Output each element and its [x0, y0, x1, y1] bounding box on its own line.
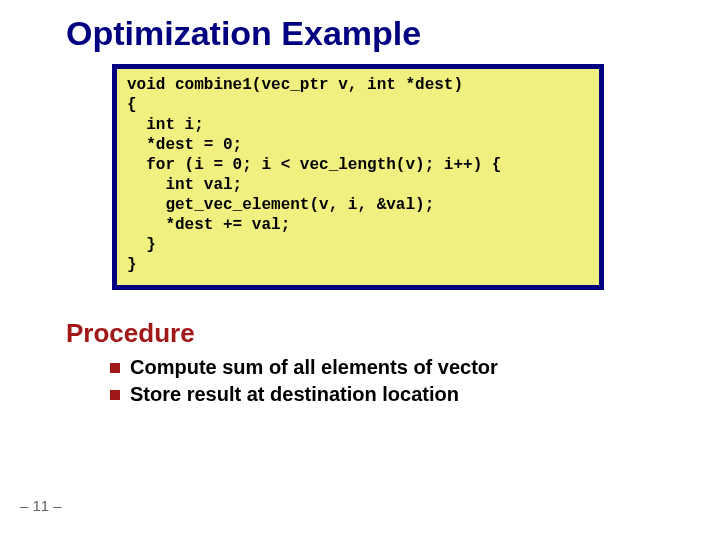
code-block: void combine1(vec_ptr v, int *dest) { in…: [117, 69, 599, 285]
list-item: Store result at destination location: [110, 383, 498, 406]
code-block-frame: void combine1(vec_ptr v, int *dest) { in…: [112, 64, 604, 290]
bullet-icon: [110, 390, 120, 400]
slide: Optimization Example void combine1(vec_p…: [0, 0, 720, 540]
bullet-text: Store result at destination location: [130, 383, 459, 406]
bullet-list: Compute sum of all elements of vector St…: [110, 356, 498, 410]
list-item: Compute sum of all elements of vector: [110, 356, 498, 379]
section-heading: Procedure: [66, 318, 195, 349]
slide-title: Optimization Example: [66, 14, 421, 53]
page-number: – 11 –: [20, 497, 62, 514]
bullet-text: Compute sum of all elements of vector: [130, 356, 498, 379]
bullet-icon: [110, 363, 120, 373]
